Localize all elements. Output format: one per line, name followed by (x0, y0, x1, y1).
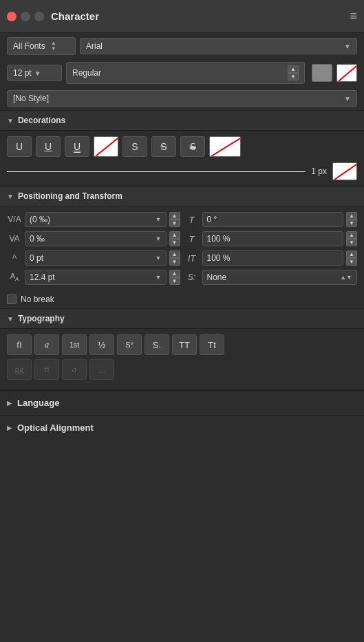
title-bar: Character ≡ (0, 0, 364, 33)
maximize-button[interactable] (34, 12, 44, 21)
strikethrough-plain-button[interactable]: S (122, 136, 147, 157)
rotate-row: T 0 ° ▲ ▼ (184, 212, 358, 227)
baseline-down[interactable]: ▼ (169, 277, 180, 285)
scale-v-dropdown[interactable]: 100 % (202, 250, 344, 266)
no-style-label: [No Style] (13, 94, 49, 103)
s-sup-label: S° (125, 341, 133, 349)
language-label: Language (17, 398, 59, 408)
typography-row2: gg fi a ... (7, 359, 357, 380)
language-header[interactable]: ▶ Language (0, 390, 364, 415)
scale-v-down[interactable]: ▼ (346, 258, 357, 266)
stroke-line (7, 171, 306, 172)
tracking-dropdown[interactable]: 0 ‰ ▼ (25, 231, 167, 246)
underline-color-swatch[interactable] (94, 136, 118, 157)
decorations-header[interactable]: ▼ Decorations (0, 110, 364, 131)
color-slash-swatch[interactable] (336, 64, 357, 82)
tracking-row: VA 0 ‰ ▼ ▲ ▼ (7, 231, 180, 246)
rotate-down[interactable]: ▼ (346, 220, 357, 227)
baseline-shift-up[interactable]: ▲ (169, 250, 180, 258)
more-button[interactable]: ... (89, 359, 114, 380)
underline-single-button[interactable]: U (36, 136, 61, 157)
tracking-icon: VA (7, 234, 22, 244)
stroke-color-swatch[interactable] (332, 162, 357, 180)
scale-h-dropdown[interactable]: 100 % (202, 231, 344, 246)
small-caps-button[interactable]: Tt (200, 334, 224, 355)
scale-v-up[interactable]: ▲ (346, 250, 357, 258)
stroke-row: 1 px (7, 162, 357, 180)
skew-value: None (207, 272, 227, 282)
language-triangle: ▶ (7, 400, 12, 407)
rotate-spinners: ▲ ▼ (346, 212, 357, 227)
s-sup-button[interactable]: S° (117, 334, 142, 355)
baseline-dropdown[interactable]: 12.4 pt ▼ (25, 270, 167, 285)
underline-double-button[interactable]: U (65, 136, 89, 157)
positioning-header[interactable]: ▼ Positioning and Transform (0, 186, 364, 206)
no-style-chevron: ▼ (344, 95, 351, 103)
baseline-shift-row: A 0 pt ▼ ▲ ▼ (7, 250, 180, 266)
scale-h-down[interactable]: ▼ (346, 239, 357, 246)
font-style-up[interactable]: ▲ (288, 65, 299, 73)
strikethrough-double-button[interactable]: S̶ (180, 136, 205, 157)
baseline-shift-dropdown[interactable]: 0 pt ▼ (25, 250, 167, 266)
fraction-button[interactable]: ½ (89, 334, 114, 355)
all-caps-button[interactable]: TT (172, 334, 197, 355)
kerning-row: V/A (0 ‰) ▼ ▲ ▼ (7, 212, 180, 227)
panel-title: Character (51, 10, 350, 22)
fi2-label: fi (44, 364, 50, 375)
fi-label: fi (17, 339, 22, 350)
decorations-content: U U U S S (0, 131, 364, 186)
minimize-button[interactable] (21, 12, 30, 21)
tracking-down[interactable]: ▼ (169, 239, 180, 246)
rotate-up[interactable]: ▲ (346, 212, 357, 220)
tracking-up[interactable]: ▲ (169, 231, 180, 239)
ordinal-button[interactable]: 1st (62, 334, 87, 355)
font-name-dropdown[interactable]: Arial ▼ (80, 38, 357, 54)
baseline-up[interactable]: ▲ (169, 270, 180, 277)
slash-icon (94, 137, 118, 156)
strikethrough-color-swatch[interactable] (209, 136, 241, 157)
positioning-label: Positioning and Transform (18, 191, 122, 201)
color-swatch[interactable] (312, 64, 332, 82)
font-size-label: 12 pt (13, 68, 32, 78)
close-button[interactable] (7, 12, 17, 21)
rotate-dropdown[interactable]: 0 ° (202, 212, 344, 227)
character-panel: All Fonts ▲▼ Arial ▼ 12 pt ▼ Regular ▲ ▼ (0, 33, 364, 440)
skew-dropdown[interactable]: None ▲▼ (202, 270, 358, 285)
baseline-row: AA 12.4 pt ▼ ▲ ▼ (7, 270, 180, 285)
rotate-value: 0 ° (207, 215, 217, 224)
stylistic-alt-button[interactable]: gg (7, 359, 32, 380)
scale-v-row: IT 100 % ▲ ▼ (184, 250, 358, 266)
kerning-dropdown[interactable]: (0 ‰) ▼ (25, 212, 167, 227)
underline-plain-button[interactable]: U (7, 136, 32, 157)
all-fonts-arrows: ▲▼ (51, 41, 56, 52)
contextual-alt-button[interactable]: fi (34, 359, 59, 380)
kerning-value: (0 ‰) (30, 215, 50, 224)
menu-icon[interactable]: ≡ (350, 9, 357, 23)
all-fonts-dropdown[interactable]: All Fonts ▲▼ (7, 37, 76, 55)
no-break-checkbox[interactable] (7, 295, 17, 304)
scale-h-up[interactable]: ▲ (346, 231, 357, 239)
swash-button[interactable]: a (62, 359, 87, 380)
italic-a-button[interactable]: a (34, 334, 59, 355)
font-style-down[interactable]: ▼ (288, 73, 299, 81)
deco-buttons-row: U U U S S (7, 136, 357, 157)
strikethrough-single-button[interactable]: S (151, 136, 176, 157)
baseline-shift-icon: A (7, 253, 22, 264)
kerning-up[interactable]: ▲ (169, 212, 180, 220)
kerning-down[interactable]: ▼ (169, 220, 180, 227)
baseline-shift-down[interactable]: ▼ (169, 258, 180, 266)
font-size-dropdown[interactable]: 12 pt ▼ (7, 65, 62, 81)
optical-alignment-header[interactable]: ▶ Optical Alignment (0, 415, 364, 440)
no-style-dropdown[interactable]: [No Style] ▼ (7, 90, 357, 107)
fraction-label: ½ (98, 340, 106, 350)
skew-icon: S: (184, 272, 200, 282)
font-family-row: All Fonts ▲▼ Arial ▼ (0, 33, 364, 59)
ligature-fi-button[interactable]: fi (7, 334, 32, 355)
s-dot-button[interactable]: S. (144, 334, 169, 355)
font-style-dropdown[interactable]: Regular ▲ ▼ (66, 62, 305, 84)
small-caps-label: Tt (208, 340, 216, 350)
optical-alignment-label: Optical Alignment (17, 422, 94, 433)
size-style-row: 12 pt ▼ Regular ▲ ▼ (0, 59, 364, 87)
gg-label: gg (15, 364, 24, 375)
typography-header[interactable]: ▼ Typography (0, 308, 364, 329)
